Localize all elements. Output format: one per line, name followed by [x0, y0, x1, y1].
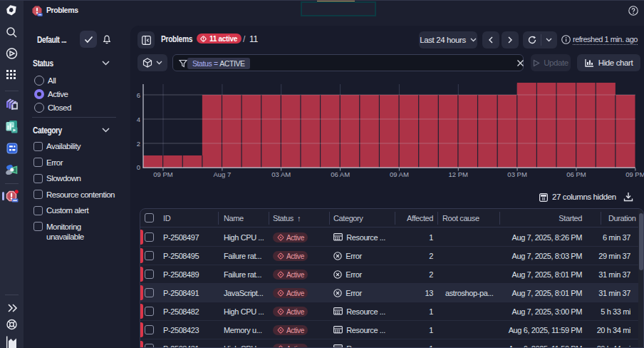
svg-text:12 PM: 12 PM [449, 170, 469, 178]
svg-text:03 AM: 03 AM [271, 170, 291, 178]
svg-text:0: 0 [137, 163, 140, 171]
svg-text:4: 4 [137, 116, 140, 123]
svg-text:06 PM: 06 PM [566, 170, 586, 178]
svg-text:2: 2 [137, 140, 140, 148]
svg-text:6: 6 [137, 91, 140, 99]
svg-text:Aug 7: Aug 7 [213, 170, 231, 178]
svg-text:03 PM: 03 PM [507, 170, 527, 178]
svg-text:06 AM: 06 AM [331, 170, 350, 178]
svg-text:09 PM: 09 PM [153, 170, 173, 178]
svg-text:09 PM: 09 PM [625, 170, 644, 178]
svg-text:09 AM: 09 AM [390, 170, 409, 178]
